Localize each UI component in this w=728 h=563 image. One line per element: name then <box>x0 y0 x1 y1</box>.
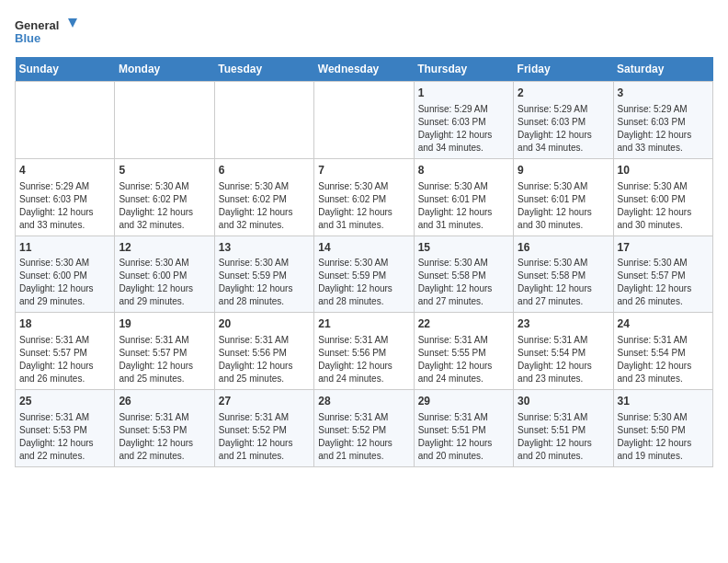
calendar-cell <box>115 82 214 159</box>
page-header: General Blue <box>15 15 713 52</box>
day-number: 29 <box>418 394 509 409</box>
day-info: Sunrise: 5:29 AM <box>418 103 509 116</box>
day-info: Sunset: 5:59 PM <box>318 270 409 282</box>
day-number: 25 <box>19 394 110 409</box>
day-number: 11 <box>19 240 110 256</box>
day-info: Daylight: 12 hours <box>618 360 709 373</box>
calendar-cell: 28Sunrise: 5:31 AMSunset: 5:52 PMDayligh… <box>314 390 414 467</box>
calendar-cell: 19Sunrise: 5:31 AMSunset: 5:57 PMDayligh… <box>115 313 214 390</box>
calendar-cell: 16Sunrise: 5:30 AMSunset: 5:58 PMDayligh… <box>514 236 613 313</box>
calendar-cell: 27Sunrise: 5:31 AMSunset: 5:52 PMDayligh… <box>214 390 313 467</box>
calendar-cell: 11Sunrise: 5:30 AMSunset: 6:00 PMDayligh… <box>16 236 115 313</box>
calendar-cell <box>214 82 313 159</box>
day-info: Daylight: 12 hours <box>418 206 509 219</box>
day-info: and 30 minutes. <box>618 219 709 232</box>
day-info: Daylight: 12 hours <box>518 360 609 373</box>
day-info: Daylight: 12 hours <box>19 206 110 219</box>
day-info: Sunrise: 5:31 AM <box>119 411 210 424</box>
day-info: Daylight: 12 hours <box>518 129 609 142</box>
day-info: Sunset: 5:50 PM <box>618 424 709 437</box>
day-info: and 25 minutes. <box>219 373 310 385</box>
day-info: Sunset: 5:56 PM <box>219 347 310 360</box>
day-info: and 27 minutes. <box>518 295 609 308</box>
day-info: Sunrise: 5:31 AM <box>618 334 709 347</box>
day-info: Sunrise: 5:31 AM <box>119 334 210 347</box>
day-number: 15 <box>418 240 509 256</box>
calendar-table: SundayMondayTuesdayWednesdayThursdayFrid… <box>15 57 713 467</box>
day-info: and 21 minutes. <box>318 450 409 463</box>
day-number: 22 <box>418 316 509 332</box>
day-number: 9 <box>518 163 609 178</box>
day-number: 2 <box>518 86 609 101</box>
day-info: Daylight: 12 hours <box>219 437 310 450</box>
day-info: and 23 minutes. <box>618 373 709 385</box>
day-info: Sunrise: 5:29 AM <box>19 180 110 193</box>
calendar-cell <box>314 82 414 159</box>
day-number: 19 <box>119 316 210 332</box>
day-info: Sunrise: 5:30 AM <box>318 180 409 193</box>
day-info: Sunset: 5:57 PM <box>618 270 709 282</box>
calendar-cell: 5Sunrise: 5:30 AMSunset: 6:02 PMDaylight… <box>115 158 214 236</box>
day-info: and 32 minutes. <box>219 219 310 232</box>
day-info: Sunrise: 5:30 AM <box>518 257 609 270</box>
calendar-cell: 9Sunrise: 5:30 AMSunset: 6:01 PMDaylight… <box>514 158 613 236</box>
day-info: Daylight: 12 hours <box>418 282 509 295</box>
day-info: Daylight: 12 hours <box>418 129 509 142</box>
day-info: Daylight: 12 hours <box>518 206 609 219</box>
day-info: Sunrise: 5:31 AM <box>318 334 409 347</box>
day-info: Sunset: 6:03 PM <box>418 116 509 129</box>
calendar-cell: 4Sunrise: 5:29 AMSunset: 6:03 PMDaylight… <box>16 158 115 236</box>
day-info: Sunrise: 5:29 AM <box>618 103 709 116</box>
day-number: 10 <box>618 163 709 178</box>
day-info: Sunrise: 5:30 AM <box>618 411 709 424</box>
day-info: and 20 minutes. <box>518 450 609 463</box>
day-info: Daylight: 12 hours <box>219 360 310 373</box>
logo-svg: General Blue <box>15 15 79 52</box>
day-number: 28 <box>318 394 409 409</box>
day-info: Sunset: 6:03 PM <box>618 116 709 129</box>
day-info: and 30 minutes. <box>518 219 609 232</box>
week-row-1: 1Sunrise: 5:29 AMSunset: 6:03 PMDaylight… <box>16 82 713 159</box>
day-info: Daylight: 12 hours <box>119 360 210 373</box>
day-info: Sunset: 5:53 PM <box>19 424 110 437</box>
day-info: and 26 minutes. <box>618 295 709 308</box>
day-info: Sunrise: 5:30 AM <box>618 180 709 193</box>
day-info: and 29 minutes. <box>119 295 210 308</box>
day-info: Daylight: 12 hours <box>518 437 609 450</box>
day-info: Sunset: 5:51 PM <box>518 424 609 437</box>
day-info: Daylight: 12 hours <box>19 437 110 450</box>
day-info: Sunset: 5:57 PM <box>19 347 110 360</box>
calendar-cell: 10Sunrise: 5:30 AMSunset: 6:00 PMDayligh… <box>613 158 712 236</box>
day-info: and 29 minutes. <box>19 295 110 308</box>
day-info: and 24 minutes. <box>318 373 409 385</box>
day-info: Sunset: 6:02 PM <box>318 193 409 206</box>
calendar-cell: 31Sunrise: 5:30 AMSunset: 5:50 PMDayligh… <box>613 390 712 467</box>
day-number: 7 <box>318 163 409 178</box>
day-info: and 34 minutes. <box>518 142 609 155</box>
day-info: Sunrise: 5:30 AM <box>318 257 409 270</box>
day-info: Sunrise: 5:30 AM <box>119 180 210 193</box>
day-info: Daylight: 12 hours <box>318 282 409 295</box>
day-number: 3 <box>618 86 709 101</box>
day-number: 26 <box>119 394 210 409</box>
day-info: and 32 minutes. <box>119 219 210 232</box>
day-info: Sunset: 5:58 PM <box>418 270 509 282</box>
day-info: Sunrise: 5:30 AM <box>418 257 509 270</box>
week-row-4: 18Sunrise: 5:31 AMSunset: 5:57 PMDayligh… <box>16 313 713 390</box>
header-day-saturday: Saturday <box>613 57 712 82</box>
day-info: Sunrise: 5:31 AM <box>518 334 609 347</box>
calendar-cell: 24Sunrise: 5:31 AMSunset: 5:54 PMDayligh… <box>613 313 712 390</box>
day-info: and 27 minutes. <box>418 295 509 308</box>
day-number: 13 <box>219 240 310 256</box>
header-day-wednesday: Wednesday <box>314 57 414 82</box>
day-info: Daylight: 12 hours <box>618 282 709 295</box>
calendar-cell: 7Sunrise: 5:30 AMSunset: 6:02 PMDaylight… <box>314 158 414 236</box>
day-info: Daylight: 12 hours <box>119 206 210 219</box>
day-info: Sunset: 5:51 PM <box>418 424 509 437</box>
day-info: Sunset: 6:01 PM <box>418 193 509 206</box>
day-info: and 31 minutes. <box>418 219 509 232</box>
week-row-2: 4Sunrise: 5:29 AMSunset: 6:03 PMDaylight… <box>16 158 713 236</box>
day-info: Sunset: 5:55 PM <box>418 347 509 360</box>
day-info: Sunset: 5:53 PM <box>119 424 210 437</box>
day-number: 20 <box>219 316 310 332</box>
